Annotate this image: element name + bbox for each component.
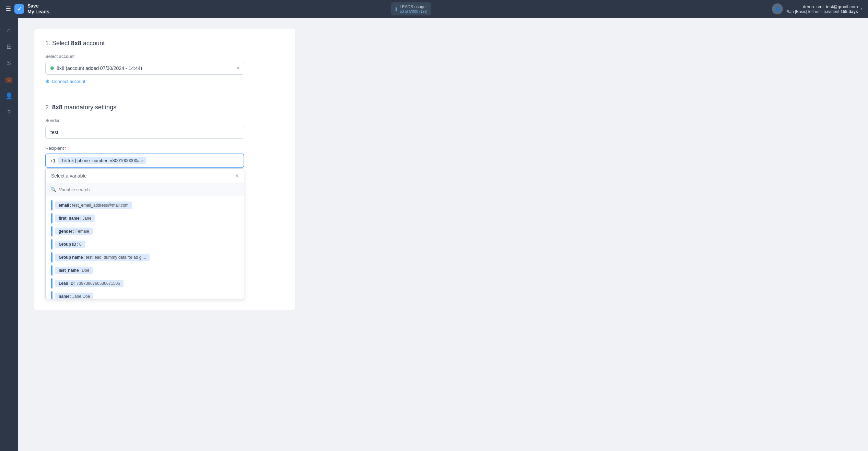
leads-label: LEADS usage: bbox=[400, 4, 427, 9]
connect-account-link[interactable]: ⊕ Connect account bbox=[45, 78, 284, 84]
plus-icon: ⊕ bbox=[45, 78, 50, 84]
var-key: Lead ID bbox=[59, 281, 73, 286]
variable-search-bar: 🔍 bbox=[46, 183, 244, 196]
var-key: gender bbox=[59, 229, 72, 234]
sidebar: ⌂ ⊞ $ 💼 👤 ? bbox=[0, 18, 18, 451]
avatar: 👤 bbox=[772, 3, 783, 14]
source-bar bbox=[51, 200, 52, 210]
topbar-left: ☰ ✓ Save My Leads. bbox=[5, 3, 51, 15]
info-icon: ℹ bbox=[395, 6, 397, 12]
topbar: ☰ ✓ Save My Leads. ℹ LEADS usage: 63 of … bbox=[0, 0, 868, 18]
chevron-right-icon[interactable]: › bbox=[861, 6, 863, 12]
recipient-label: Recipient* bbox=[45, 146, 284, 151]
connected-dot bbox=[50, 66, 54, 70]
tag-close-icon[interactable]: × bbox=[141, 158, 143, 163]
variable-item[interactable]: Group name : test lead: dummy data for a… bbox=[46, 251, 244, 264]
sidebar-item-flows[interactable]: ⊞ bbox=[2, 40, 16, 53]
var-val: : 0 bbox=[77, 242, 81, 247]
source-bar bbox=[51, 252, 52, 263]
user-info: demo_sml_test@gmail.com Plan |Basic| lef… bbox=[786, 4, 858, 14]
variable-item[interactable]: gender : Female bbox=[46, 225, 244, 238]
var-val: : Doe bbox=[80, 268, 90, 273]
logo-mark: ✓ bbox=[14, 4, 24, 14]
main-content: 1. Select 8x8 account Select account 8x8… bbox=[18, 18, 868, 451]
var-val: : Female bbox=[73, 229, 89, 234]
var-chip[interactable]: name : Jane Doe bbox=[55, 293, 93, 299]
variable-item[interactable]: email : test_email_address@mail.com bbox=[46, 199, 244, 212]
var-chip[interactable]: email : test_email_address@mail.com bbox=[55, 202, 132, 209]
topbar-right: 👤 demo_sml_test@gmail.com Plan |Basic| l… bbox=[772, 3, 863, 14]
sidebar-item-billing[interactable]: $ bbox=[2, 56, 16, 70]
hamburger-icon[interactable]: ☰ bbox=[5, 5, 11, 13]
phone-prefix: +1 bbox=[50, 158, 56, 163]
source-bar bbox=[51, 213, 52, 223]
sidebar-item-help[interactable]: ? bbox=[2, 106, 16, 119]
var-val: : test_email_address@mail.com bbox=[70, 203, 129, 208]
user-email: demo_sml_test@gmail.com bbox=[786, 4, 858, 9]
variable-item[interactable]: Group ID : 0 bbox=[46, 238, 244, 251]
section2-header: 2. 8x8 mandatory settings bbox=[45, 104, 284, 111]
topbar-center: ℹ LEADS usage: 63 of 5'000 (1%) bbox=[391, 2, 431, 15]
chevron-down-icon: ▾ bbox=[237, 66, 239, 71]
source-bar bbox=[51, 291, 52, 299]
var-key: first_name bbox=[59, 216, 80, 221]
account-value: 8x8 (account added 07/30/2024 - 14:44) bbox=[57, 65, 142, 71]
dropdown-title: Select a variable bbox=[51, 173, 87, 179]
source-bar bbox=[51, 226, 52, 236]
var-chip[interactable]: Group name : test lead: dummy data for a… bbox=[55, 254, 150, 261]
var-val: : Jane Doe bbox=[70, 294, 90, 299]
sidebar-item-integrations[interactable]: 💼 bbox=[2, 73, 16, 86]
var-key: name bbox=[59, 294, 69, 299]
var-key: last_name bbox=[59, 268, 79, 273]
account-select[interactable]: 8x8 (account added 07/30/2024 - 14:44) ▾ bbox=[45, 62, 244, 75]
logo-check-icon: ✓ bbox=[17, 6, 22, 12]
var-chip[interactable]: gender : Female bbox=[55, 228, 93, 235]
leads-count: 63 of 5'000 (1%) bbox=[400, 9, 427, 13]
var-val: : test lead: dummy data for ad g ... bbox=[84, 255, 146, 260]
variable-dropdown-header: Select a variable × bbox=[46, 169, 244, 183]
select-account-label: Select account bbox=[45, 54, 284, 59]
var-key: Group name bbox=[59, 255, 83, 260]
var-chip[interactable]: first_name : Jane bbox=[55, 215, 95, 222]
source-bar bbox=[51, 278, 52, 289]
sender-input[interactable] bbox=[45, 126, 244, 139]
source-bar bbox=[51, 239, 52, 249]
var-val: : Jane bbox=[80, 216, 92, 221]
tag-label: TikTok | phone_number: «8001000000» bbox=[61, 158, 140, 163]
sidebar-item-profile[interactable]: 👤 bbox=[2, 89, 16, 103]
var-chip[interactable]: Lead ID : 7397386766536671505 bbox=[55, 280, 124, 287]
var-key: email bbox=[59, 203, 69, 208]
sender-label: Sender bbox=[45, 118, 284, 123]
variable-item[interactable]: name : Jane Doe bbox=[46, 290, 244, 299]
variable-item[interactable]: last_name : Doe bbox=[46, 264, 244, 277]
variable-dropdown: Select a variable × 🔍 email : test_email… bbox=[45, 168, 244, 299]
section-divider bbox=[45, 94, 284, 94]
var-val: : 7397386766536671505 bbox=[74, 281, 120, 286]
recipient-tag[interactable]: TikTok | phone_number: «8001000000» × bbox=[58, 157, 146, 164]
variable-item[interactable]: first_name : Jane bbox=[46, 212, 244, 225]
content-panel: 1. Select 8x8 account Select account 8x8… bbox=[34, 29, 295, 310]
plan-text: Plan |Basic| left until payment 155 days bbox=[786, 9, 858, 14]
var-key: Group ID bbox=[59, 242, 76, 247]
dropdown-close-icon[interactable]: × bbox=[235, 173, 238, 179]
variable-list: email : test_email_address@mail.com firs… bbox=[46, 196, 244, 299]
required-marker: * bbox=[64, 146, 66, 151]
sidebar-item-home[interactable]: ⌂ bbox=[2, 23, 16, 37]
variable-item[interactable]: Lead ID : 7397386766536671505 bbox=[46, 277, 244, 290]
leads-badge: ℹ LEADS usage: 63 of 5'000 (1%) bbox=[391, 2, 431, 15]
section1-header: 1. Select 8x8 account bbox=[45, 40, 284, 47]
var-chip[interactable]: last_name : Doe bbox=[55, 267, 93, 274]
source-bar bbox=[51, 265, 52, 276]
recipient-field[interactable]: +1 TikTok | phone_number: «8001000000» × bbox=[45, 154, 244, 168]
variable-search-input[interactable] bbox=[59, 187, 239, 192]
var-chip[interactable]: Group ID : 0 bbox=[55, 241, 85, 248]
search-icon: 🔍 bbox=[50, 187, 56, 192]
logo-text: Save My Leads. bbox=[27, 3, 51, 15]
